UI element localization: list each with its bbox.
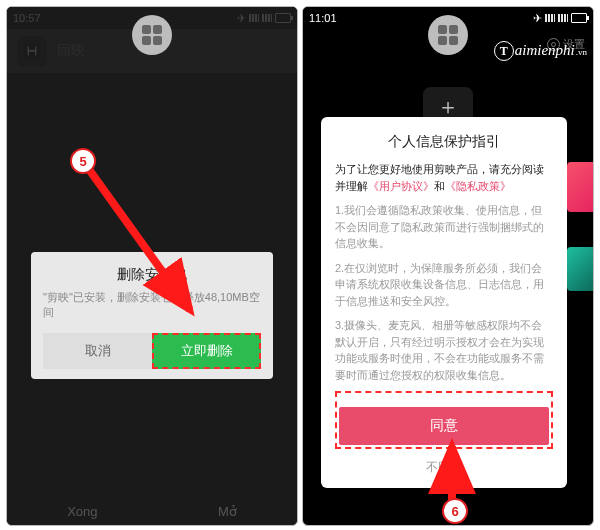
promo-tile-2 xyxy=(567,247,593,291)
user-agreement-link[interactable]: 《用户协议》 xyxy=(368,180,434,192)
privacy-dialog: 个人信息保护指引 为了让您更好地使用剪映产品，请充分阅读并理解《用户协议》和《隐… xyxy=(321,117,567,488)
floating-grid-button[interactable] xyxy=(428,15,468,55)
svg-line-1 xyxy=(88,168,190,310)
callout-6: 6 xyxy=(442,498,468,524)
watermark: Taimienphi.vn xyxy=(494,41,587,61)
point-3: 3.摄像头、麦克风、相册等敏感权限均不会默认开启，只有经过明示授权才会在为实现功… xyxy=(335,317,553,383)
clock: 11:01 xyxy=(309,12,337,24)
dialog-intro: 为了让您更好地使用剪映产品，请充分阅读并理解《用户协议》和《隐私政策》 xyxy=(335,161,553,194)
bottom-done[interactable]: Xong xyxy=(67,504,97,519)
point-2: 2.在仅浏览时，为保障服务所必须，我们会申请系统权限收集设备信息、日志信息，用于… xyxy=(335,260,553,310)
bottom-open[interactable]: Mở xyxy=(218,504,237,519)
floating-grid-button[interactable] xyxy=(132,15,172,55)
status-icons: ✈ xyxy=(533,12,587,25)
bottom-actions: Xong Mở xyxy=(7,504,297,519)
dialog-title: 个人信息保护指引 xyxy=(335,133,553,151)
callout-5: 5 xyxy=(70,148,96,174)
privacy-policy-link[interactable]: 《隐私政策》 xyxy=(445,180,511,192)
dialog-points: 1.我们会遵循隐私政策收集、使用信息，但不会因同意了隐私政策而进行强制捆绑式的信… xyxy=(335,202,553,383)
point-1: 1.我们会遵循隐私政策收集、使用信息，但不会因同意了隐私政策而进行强制捆绑式的信… xyxy=(335,202,553,252)
arrow-5 xyxy=(70,150,240,344)
promo-tile-1 xyxy=(567,162,593,212)
